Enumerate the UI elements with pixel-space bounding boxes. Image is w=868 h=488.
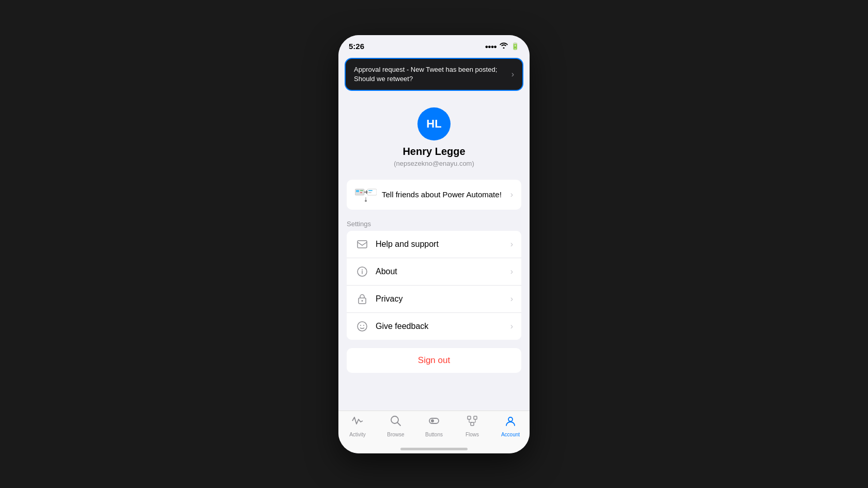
svg-rect-20	[468, 416, 471, 419]
user-name: Henry Legge	[402, 146, 465, 158]
settings-item-feedback[interactable]: Give feedback ›	[347, 313, 521, 340]
status-icons: ●●●● 🔋	[485, 42, 519, 50]
smiley-icon	[355, 319, 369, 334]
settings-item-help[interactable]: Help and support ›	[347, 231, 521, 258]
svg-rect-4	[367, 189, 377, 195]
svg-rect-8	[358, 241, 367, 248]
signout-section: Sign out	[347, 348, 521, 373]
account-icon	[505, 415, 516, 430]
promo-text: Tell friends about Power Automate!	[382, 190, 510, 199]
svg-point-19	[431, 419, 434, 422]
svg-line-17	[397, 422, 400, 426]
signal-icon: ●●●●	[485, 43, 497, 50]
svg-point-7	[365, 200, 367, 202]
svg-point-14	[360, 325, 361, 326]
promo-chevron: ›	[510, 190, 513, 199]
envelope-icon	[355, 237, 369, 251]
wifi-icon	[500, 42, 508, 50]
svg-rect-5	[368, 190, 373, 191]
activity-icon	[352, 415, 363, 430]
settings-item-privacy[interactable]: Privacy ›	[347, 286, 521, 313]
svg-rect-6	[368, 192, 371, 193]
svg-rect-21	[474, 416, 477, 419]
signout-button[interactable]: Sign out	[347, 348, 521, 373]
home-indicator	[400, 448, 468, 450]
signout-label: Sign out	[418, 355, 450, 366]
buttons-icon	[428, 415, 440, 430]
settings-list: Help and support › About ›	[347, 231, 521, 340]
avatar-section: HL Henry Legge (nepsezekno@enayu.com)	[338, 99, 530, 174]
bottom-nav: Activity Browse Buttons	[338, 411, 530, 453]
svg-rect-0	[355, 189, 364, 195]
battery-icon: 🔋	[511, 42, 519, 50]
svg-point-13	[358, 322, 367, 331]
nav-item-browse[interactable]: Browse	[377, 415, 415, 437]
svg-point-15	[363, 325, 364, 326]
feedback-label: Give feedback	[376, 322, 510, 331]
nav-item-flows[interactable]: Flows	[453, 415, 491, 437]
privacy-label: Privacy	[376, 294, 510, 304]
activity-label: Activity	[349, 432, 366, 437]
main-content: HL Henry Legge (nepsezekno@enayu.com)	[338, 91, 530, 414]
feedback-chevron: ›	[510, 322, 513, 331]
power-automate-icon	[355, 187, 376, 202]
account-label: Account	[501, 432, 520, 437]
settings-label: Settings	[338, 216, 530, 231]
flows-icon	[467, 415, 478, 430]
help-chevron: ›	[510, 240, 513, 249]
about-chevron: ›	[510, 267, 513, 276]
settings-item-about[interactable]: About ›	[347, 258, 521, 286]
notification-banner[interactable]: Approval request - New Tweet has been po…	[345, 58, 523, 91]
nav-item-account[interactable]: Account	[491, 415, 530, 437]
svg-point-27	[508, 417, 513, 421]
buttons-label: Buttons	[425, 432, 443, 437]
svg-rect-1	[356, 190, 359, 192]
user-email: (nepsezekno@enayu.com)	[394, 160, 474, 167]
privacy-chevron: ›	[510, 294, 513, 304]
svg-point-10	[362, 269, 363, 270]
search-icon	[390, 415, 401, 430]
svg-point-12	[362, 300, 363, 302]
nav-item-buttons[interactable]: Buttons	[415, 415, 453, 437]
promo-banner[interactable]: Tell friends about Power Automate! ›	[347, 180, 521, 210]
notification-text: Approval request - New Tweet has been po…	[354, 65, 507, 84]
info-icon	[355, 264, 369, 279]
status-time: 5:26	[349, 42, 364, 51]
status-bar: 5:26 ●●●● 🔋	[338, 35, 530, 58]
about-label: About	[376, 267, 510, 276]
notification-chevron: ›	[512, 70, 514, 79]
lock-icon	[355, 292, 369, 306]
svg-rect-22	[471, 422, 474, 426]
browse-label: Browse	[387, 432, 404, 437]
svg-rect-2	[360, 190, 363, 191]
phone-frame: 5:26 ●●●● 🔋 Approval request - New Tweet…	[338, 35, 530, 453]
help-label: Help and support	[376, 240, 510, 249]
avatar: HL	[417, 107, 451, 140]
nav-item-activity[interactable]: Activity	[338, 415, 377, 437]
flows-label: Flows	[466, 432, 479, 437]
svg-rect-3	[360, 192, 362, 193]
